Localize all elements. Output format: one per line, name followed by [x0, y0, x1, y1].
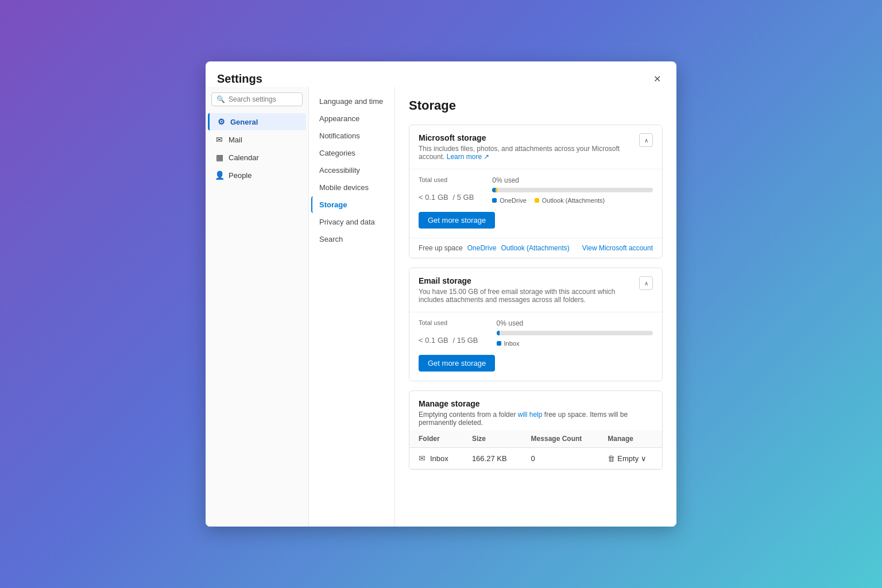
legend-onedrive: OneDrive	[492, 197, 526, 204]
window-header: Settings ✕	[206, 61, 676, 87]
email-storage-desc: You have 15.00 GB of free email storage …	[419, 288, 639, 304]
gear-icon: ⚙	[216, 117, 226, 126]
email-storage-title: Email storage	[419, 276, 639, 285]
manage-storage-section: Manage storage Emptying contents from a …	[409, 390, 663, 470]
email-storage-header[interactable]: Email storage You have 15.00 GB of free …	[409, 268, 662, 312]
microsoft-storage-title: Microsoft storage	[419, 133, 639, 142]
total-suffix: / 5 GB	[452, 193, 474, 202]
email-storage-collapse-btn[interactable]: ∧	[639, 276, 653, 290]
email-total-used-value: < 0.1 GB / 15 GB	[419, 328, 478, 347]
empty-label: Empty	[617, 454, 639, 463]
outlook-label: Outlook (Attachments)	[542, 197, 605, 204]
people-icon: 👤	[215, 171, 224, 180]
manage-storage-title: Manage storage	[419, 399, 653, 408]
outlook-dot	[535, 198, 539, 203]
col-manage: Manage	[598, 430, 662, 448]
storage-table-body: ✉ Inbox 166.27 KB 0 🗑 Empty ∨	[409, 448, 662, 469]
search-input[interactable]	[229, 95, 297, 103]
sidebar-label-calendar: Calendar	[229, 153, 259, 162]
microsoft-storage-usage: Total used < 0.1 GB / 5 GB 0% used	[419, 176, 653, 204]
row-folder-name: Inbox	[430, 454, 448, 463]
bar-legend: OneDrive Outlook (Attachments)	[492, 197, 653, 204]
bar-inbox	[497, 331, 500, 335]
search-box[interactable]: 🔍	[211, 92, 303, 106]
email-usage-bar-area: 0% used Inbox	[497, 319, 653, 347]
row-message-count-cell: 0	[522, 448, 599, 469]
email-usage-pct: 0% used	[497, 319, 653, 327]
inbox-dot	[497, 341, 501, 346]
settings-window: Settings ✕ 🔍 ⚙ General ✉ Mail ▦ Calendar	[206, 61, 676, 527]
email-storage-section: Email storage You have 15.00 GB of free …	[409, 268, 663, 381]
will-help-link[interactable]: will help	[518, 411, 544, 419]
table-row: ✉ Inbox 166.27 KB 0 🗑 Empty ∨	[409, 448, 662, 469]
nav-item-search[interactable]: Search	[311, 231, 392, 247]
email-bar-legend: Inbox	[497, 340, 653, 347]
email-total-used-block: Total used < 0.1 GB / 15 GB	[419, 319, 478, 347]
usage-pct: 0% used	[492, 176, 653, 184]
nav-item-appearance[interactable]: Appearance	[311, 110, 392, 127]
calendar-icon: ▦	[215, 153, 224, 162]
email-storage-body: Total used < 0.1 GB / 15 GB 0% used	[409, 312, 662, 381]
total-used-value: < 0.1 GB / 5 GB	[419, 185, 474, 204]
col-size: Size	[463, 430, 522, 448]
dropdown-arrow-icon: ∨	[641, 454, 647, 463]
view-microsoft-account-link[interactable]: View Microsoft account	[582, 244, 653, 252]
sidebar-item-general[interactable]: ⚙ General	[208, 113, 306, 130]
microsoft-storage-desc: This includes files, photos, and attachm…	[419, 145, 639, 161]
free-up-row: Free up space OneDrive Outlook (Attachme…	[409, 238, 662, 258]
email-get-more-storage-btn[interactable]: Get more storage	[419, 355, 495, 372]
sidebar-item-people[interactable]: 👤 People	[208, 167, 306, 184]
row-size-cell: 166.27 KB	[463, 448, 522, 469]
main-content: Storage Microsoft storage This includes …	[395, 87, 676, 527]
nav-item-notifications[interactable]: Notifications	[311, 127, 392, 144]
legend-inbox: Inbox	[497, 340, 520, 347]
bar-outlook	[496, 188, 497, 192]
empty-button[interactable]: 🗑 Empty ∨	[608, 454, 647, 463]
microsoft-storage-body: Total used < 0.1 GB / 5 GB 0% used	[409, 169, 662, 238]
window-title: Settings	[217, 72, 262, 86]
sidebar-label-mail: Mail	[229, 136, 242, 144]
nav-item-language-time[interactable]: Language and time	[311, 93, 392, 110]
nav-item-categories[interactable]: Categories	[311, 145, 392, 161]
onedrive-label: OneDrive	[500, 197, 526, 204]
get-more-storage-btn[interactable]: Get more storage	[419, 212, 495, 229]
search-icon: 🔍	[216, 95, 225, 103]
col-message-count: Message Count	[522, 430, 599, 448]
row-folder-cell: ✉ Inbox	[409, 448, 463, 469]
usage-bar	[492, 188, 653, 192]
nav-item-storage[interactable]: Storage	[311, 196, 392, 213]
mid-nav: Language and time Appearance Notificatio…	[309, 87, 395, 527]
nav-item-mobile-devices[interactable]: Mobile devices	[311, 179, 392, 196]
sidebar-item-mail[interactable]: ✉ Mail	[208, 131, 306, 148]
legend-outlook: Outlook (Attachments)	[535, 197, 605, 204]
page-title: Storage	[409, 98, 663, 113]
free-up-outlook-link[interactable]: Outlook (Attachments)	[501, 244, 569, 252]
sidebar-label-people: People	[229, 171, 252, 180]
manage-storage-desc: Emptying contents from a folder will hel…	[419, 411, 653, 427]
sidebar-label-general: General	[230, 118, 258, 126]
table-header-row: Folder Size Message Count Manage	[409, 430, 662, 448]
sidebar-item-calendar[interactable]: ▦ Calendar	[208, 149, 306, 166]
col-folder: Folder	[409, 430, 463, 448]
onedrive-dot	[492, 198, 497, 203]
sidebar: 🔍 ⚙ General ✉ Mail ▦ Calendar 👤 People	[206, 87, 309, 527]
usage-bar-area: 0% used OneDrive	[492, 176, 653, 204]
microsoft-storage-header[interactable]: Microsoft storage This includes files, p…	[409, 125, 662, 169]
email-storage-usage: Total used < 0.1 GB / 15 GB 0% used	[419, 319, 653, 347]
row-manage-cell: 🗑 Empty ∨	[598, 448, 662, 469]
email-usage-bar	[497, 331, 653, 335]
learn-more-link[interactable]: Learn more ↗	[447, 153, 490, 161]
manage-storage-header: Manage storage Emptying contents from a …	[409, 391, 662, 430]
storage-table: Folder Size Message Count Manage ✉ Inbox	[409, 430, 662, 469]
free-up-onedrive-link[interactable]: OneDrive	[467, 244, 497, 252]
trash-icon: 🗑	[608, 454, 615, 463]
close-button[interactable]: ✕	[649, 71, 665, 87]
microsoft-storage-section: Microsoft storage This includes files, p…	[409, 125, 663, 258]
storage-table-head: Folder Size Message Count Manage	[409, 430, 662, 448]
microsoft-storage-collapse-btn[interactable]: ∧	[639, 133, 653, 147]
nav-item-accessibility[interactable]: Accessibility	[311, 162, 392, 179]
email-total-suffix: / 15 GB	[452, 336, 478, 345]
nav-item-privacy-data[interactable]: Privacy and data	[311, 214, 392, 230]
inbox-folder-icon: ✉	[419, 454, 425, 463]
window-body: 🔍 ⚙ General ✉ Mail ▦ Calendar 👤 People	[206, 87, 676, 527]
